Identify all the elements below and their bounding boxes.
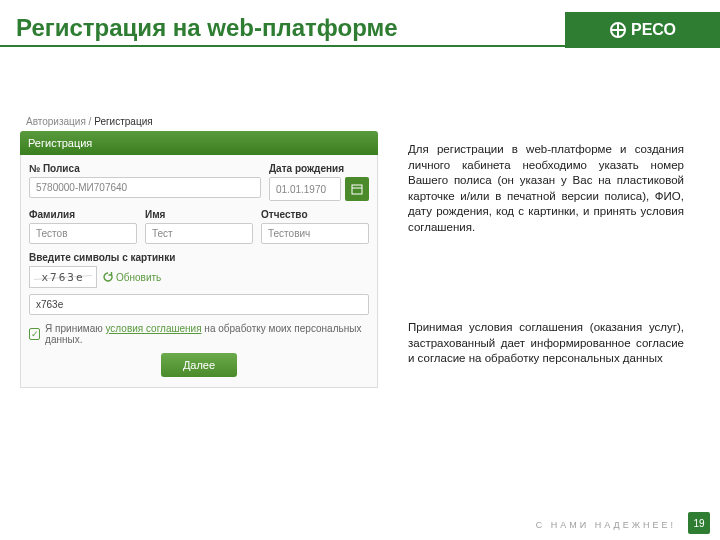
logo-icon: [609, 21, 627, 39]
lastname-label: Фамилия: [29, 209, 137, 220]
svg-rect-1: [352, 185, 362, 194]
policy-label: № Полиса: [29, 163, 261, 174]
captcha-refresh[interactable]: Обновить: [103, 272, 161, 283]
panel-body: № Полиса Дата рождения Фамилия Имя Отчес…: [20, 155, 378, 388]
panel-title: Регистрация: [20, 131, 378, 155]
firstname-label: Имя: [145, 209, 253, 220]
dob-input[interactable]: [269, 177, 341, 201]
title-rule: [0, 45, 720, 47]
captcha-input[interactable]: [29, 294, 369, 315]
agree-checkbox[interactable]: ✓: [29, 328, 40, 340]
submit-button[interactable]: Далее: [161, 353, 237, 377]
page-number: 19: [688, 512, 710, 534]
breadcrumb: Авторизация / Регистрация: [20, 112, 378, 131]
captcha-label: Введите символы с картинки: [29, 252, 369, 263]
registration-form-screenshot: Авторизация / Регистрация Регистрация № …: [20, 112, 378, 388]
middlename-input[interactable]: [261, 223, 369, 244]
description-paragraph-2: Принимая условия соглашения (оказания ус…: [408, 320, 684, 367]
dob-label: Дата рождения: [269, 163, 369, 174]
footer-slogan: С НАМИ НАДЕЖНЕЕ!: [536, 520, 676, 530]
crumb-auth: Авторизация: [26, 116, 86, 127]
policy-input[interactable]: [29, 177, 261, 198]
firstname-input[interactable]: [145, 223, 253, 244]
terms-link[interactable]: условия соглашения: [105, 323, 201, 334]
agree-row: ✓ Я принимаю условия соглашения на обраб…: [29, 323, 369, 345]
refresh-icon: [103, 272, 113, 282]
middlename-label: Отчество: [261, 209, 369, 220]
page-title: Регистрация на web-платформе: [16, 14, 398, 42]
captcha-image: x763e: [29, 266, 97, 288]
brand-badge: РЕСО: [565, 12, 720, 48]
crumb-reg: Регистрация: [94, 116, 152, 127]
brand-text: РЕСО: [631, 21, 676, 39]
calendar-icon[interactable]: [345, 177, 369, 201]
description-paragraph-1: Для регистрации в web-платформе и создан…: [408, 142, 684, 235]
lastname-input[interactable]: [29, 223, 137, 244]
